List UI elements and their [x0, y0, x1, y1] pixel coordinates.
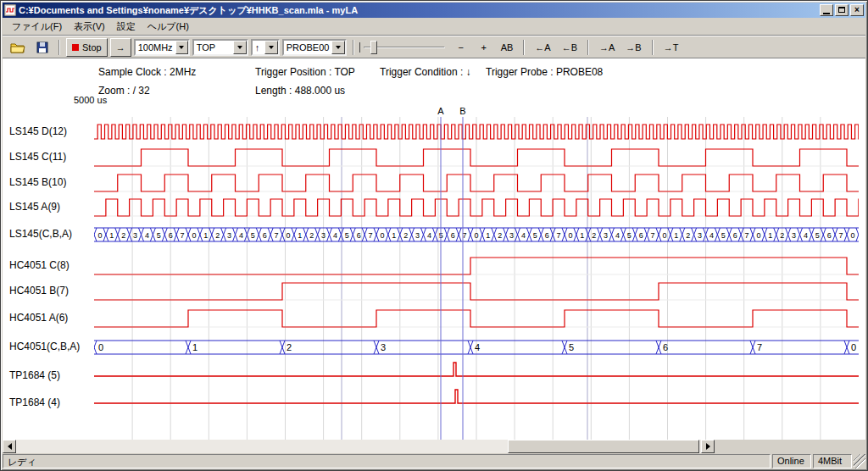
bus-value: 6: [733, 231, 737, 240]
combo-dropdown-icon[interactable]: [175, 41, 188, 54]
channel-label: HC4051(C,B,A): [9, 341, 92, 352]
bus-value: 1: [580, 231, 584, 240]
menu-settings[interactable]: 設定: [111, 19, 142, 35]
goto-b-right-button[interactable]: →B: [621, 38, 645, 57]
status-online: Online: [772, 454, 811, 468]
bus-value: 1: [674, 231, 678, 240]
trigger-probe-info: Trigger Probe : PROBE08: [486, 66, 603, 78]
bus-value: 0: [756, 231, 760, 240]
bus-value: 7: [651, 231, 655, 240]
channel-label: LS145 D(12): [9, 125, 92, 137]
bus-value: 3: [227, 231, 231, 240]
scrollbar-thumb[interactable]: [508, 440, 699, 453]
bus-value: 7: [557, 231, 561, 240]
bus-value: 6: [827, 231, 832, 240]
bus-value: 6: [545, 231, 549, 240]
close-button[interactable]: ×: [850, 4, 864, 16]
bus-value: 1: [298, 231, 302, 240]
bus-value: 4: [427, 231, 431, 240]
channel-label: LS145(C,B,A): [9, 228, 92, 240]
bus-value: 6: [357, 231, 361, 240]
toolbar-separator: [587, 40, 589, 55]
combo-dropdown-icon[interactable]: [233, 41, 247, 54]
bus-value: 2: [592, 231, 596, 240]
bus-value: 2: [121, 231, 125, 240]
bus-value: 4: [521, 231, 526, 240]
marker-label[interactable]: B: [459, 107, 465, 116]
sample-rate-combo[interactable]: 100MHz: [134, 39, 190, 56]
menu-view[interactable]: 表示(V): [68, 19, 111, 35]
trigger-position-combo[interactable]: TOP: [192, 39, 248, 56]
resize-grip[interactable]: [854, 454, 865, 468]
bus-value: 7: [757, 342, 762, 352]
channel-label: LS145 A(9): [9, 201, 92, 213]
waveform-client-area: Sample Clock : 2MHz Trigger Position : T…: [3, 59, 865, 440]
save-button[interactable]: [32, 38, 53, 57]
title-bar[interactable]: C:¥Documents and Settings¥noname¥デスクトップ¥…: [3, 3, 865, 18]
menu-file[interactable]: ファイル(F): [6, 19, 68, 35]
status-memory: 4MBit: [813, 454, 852, 468]
channel-label: HC4051 A(6): [9, 312, 92, 324]
bus-value: 2: [309, 231, 314, 240]
bus-value: 3: [381, 342, 386, 352]
slider-tick: [359, 42, 360, 53]
slider-thumb[interactable]: [370, 41, 377, 54]
bus-value: 2: [403, 231, 408, 240]
time-scale-label: 5000 us: [74, 95, 107, 105]
bus-value: 5: [251, 231, 255, 240]
goto-trigger-button[interactable]: →T: [659, 38, 683, 57]
trigger-edge-combo[interactable]: ↑: [251, 39, 280, 56]
close-icon: ×: [854, 5, 860, 14]
bus-value: 2: [686, 231, 690, 240]
zoom-ab-button[interactable]: AB: [497, 38, 518, 57]
bus-value: 3: [415, 231, 420, 240]
combo-dropdown-icon[interactable]: [264, 41, 278, 54]
menu-bar: ファイル(F) 表示(V) 設定 ヘルプ(H): [3, 18, 865, 36]
status-ready: レディ: [3, 454, 771, 468]
maximize-button[interactable]: [835, 4, 849, 16]
goto-a-right-button[interactable]: →A: [595, 38, 619, 57]
bus-value: 3: [509, 231, 514, 240]
bus-value: 0: [851, 342, 856, 352]
channel-label: HC4051 B(7): [9, 285, 92, 296]
bus-value: 4: [333, 231, 337, 240]
bus-value: 6: [169, 231, 173, 240]
run-button[interactable]: →: [110, 38, 131, 57]
combo-dropdown-icon[interactable]: [331, 41, 344, 54]
toolbar-separator: [523, 40, 525, 55]
maximize-icon: [838, 7, 845, 13]
goto-b-left-button[interactable]: ←B: [558, 38, 581, 57]
zoom-in-button[interactable]: +: [474, 38, 494, 57]
bus-value: 1: [768, 231, 772, 240]
sample-rate-value: 100MHz: [136, 42, 175, 53]
bus-value: 1: [392, 231, 396, 240]
trigger-condition-info: Trigger Condition : ↓: [380, 66, 471, 78]
bus-value: 1: [486, 231, 490, 240]
trigger-probe-combo[interactable]: PROBE00: [282, 39, 347, 56]
waveform-plot[interactable]: 0123456701234567012345670123456701234567…: [94, 107, 859, 440]
menu-help[interactable]: ヘルプ(H): [142, 19, 195, 35]
waveform-canvas[interactable]: 0123456701234567012345670123456701234567…: [94, 107, 859, 440]
minimize-button[interactable]: [820, 4, 833, 16]
horizontal-scrollbar[interactable]: [3, 440, 715, 453]
bus-value: 7: [181, 231, 185, 240]
toolbar: Stop → 100MHz TOP ↑ PROBE00 − + AB: [3, 36, 865, 58]
status-bar: レディ Online 4MBit: [3, 454, 865, 468]
open-button[interactable]: [6, 38, 30, 57]
goto-a-left-button[interactable]: ←A: [531, 38, 554, 57]
marker-label[interactable]: A: [437, 107, 444, 116]
toolbar-separator: [58, 40, 60, 55]
zoom-slider[interactable]: [364, 39, 445, 56]
bus-value: 2: [498, 231, 502, 240]
run-arrow-icon: →: [116, 42, 125, 53]
bus-value: 5: [345, 231, 349, 240]
scroll-left-button[interactable]: [3, 440, 16, 453]
toolbar-separator: [652, 40, 654, 55]
scroll-right-button[interactable]: [701, 440, 715, 453]
bus-value: 2: [215, 231, 220, 240]
stop-button[interactable]: Stop: [66, 38, 108, 57]
minimize-icon: [823, 13, 830, 14]
zoom-out-button[interactable]: −: [451, 38, 471, 57]
bus-value: 3: [698, 231, 702, 240]
bus-value: 1: [192, 342, 198, 352]
